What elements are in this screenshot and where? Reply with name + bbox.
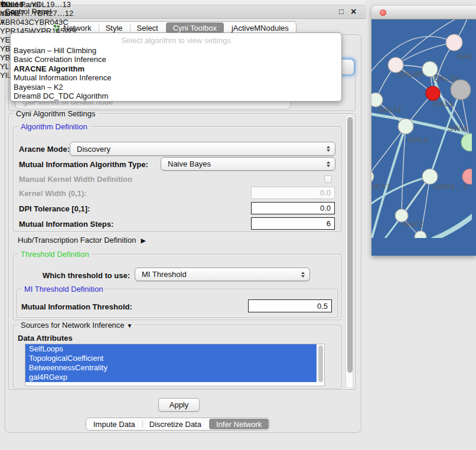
tab-cyni-toolbox[interactable]: Cyni Toolbox (166, 22, 224, 33)
algorithm-option-mutual-information-inference[interactable]: Mutual Information Inference (11, 73, 341, 82)
tab-jactivemnodules[interactable]: jActiveMNodules (224, 22, 296, 34)
network-node-unlabeled[interactable] (451, 80, 471, 100)
tab-select[interactable]: Select (130, 22, 165, 34)
algorithm-definition-title: Algorithm Definition (18, 122, 90, 131)
settings-scrollbar[interactable] (345, 115, 353, 389)
table-row[interactable]: YBR043CYBR043C (0, 18, 78, 27)
table-cell: 12 (65, 9, 73, 18)
attr-list-scrollbar[interactable] (317, 344, 324, 384)
which-threshold-combo[interactable]: MI Threshold (135, 268, 310, 281)
zoom-traffic-light-icon[interactable] (371, 9, 378, 16)
tab-label: Impute Data (93, 420, 135, 429)
tab-impute-data[interactable]: Impute Data (86, 418, 142, 430)
network-node-gcy1[interactable] (371, 170, 374, 183)
network-node-unlabeled[interactable] (415, 231, 426, 238)
sources-title-text: Sources for Network Inference (21, 321, 125, 330)
spinner-arrows-icon (301, 272, 305, 278)
kernel-width-field[interactable]: 0.0 (251, 187, 335, 199)
dpi-tolerance-field[interactable]: 0.0 (251, 202, 335, 214)
mi-steps-label: Mutual Information Steps: (19, 220, 113, 229)
network-node-gal4[interactable] (398, 119, 413, 134)
data-attributes-label: Data Attributes (18, 334, 73, 343)
float-window-icon[interactable]: □ (339, 5, 344, 18)
cyni-bottom-tabbar: Impute DataDiscretize DataInfer Network (86, 418, 270, 431)
network-edge (396, 43, 454, 65)
algorithm-dropdown-popup: Select algorithm to view settings Bayesi… (10, 32, 342, 102)
algorithm-option-bayesian-hill-climbing[interactable]: Bayesian – Hill Climbing (11, 46, 341, 55)
sources-group-title[interactable]: Sources for Network Inference▼ (18, 321, 135, 330)
close-traffic-light-icon[interactable] (380, 9, 386, 16)
aracne-mode-combo[interactable]: Discovery (70, 142, 335, 156)
popup-item-list: Bayesian – Hill ClimbingBasic Correlatio… (11, 46, 341, 100)
mi-type-value: Naive Bayes (168, 159, 211, 168)
table-cell: YDR27… (32, 9, 65, 18)
mi-threshold-definition-title: MI Threshold Definition (22, 285, 105, 294)
tab-label: Select (137, 24, 158, 32)
algorithm-option-bayesian-k2[interactable]: Bayesian – K2 (11, 83, 341, 92)
network-view-window[interactable]: GALGAL80GAL10GAL1GAL11GAL4SWI4GCY1HAP4YH… (371, 6, 476, 256)
mi-type-combo[interactable]: Naive Bayes (161, 157, 335, 171)
tab-style[interactable]: Style (99, 22, 130, 34)
network-node-gal[interactable] (446, 34, 462, 51)
algorithm-option-dream8-dc-tdc-algorithm[interactable]: Dream8 DC_TDC Algorithm (11, 92, 341, 100)
table-cell: YDL19… (0, 0, 31, 9)
node-label-gal11: GAL11 (377, 105, 402, 114)
kernel-width-label: Kernel Width (0,1): (19, 189, 87, 198)
node-label-gal1: GAL1 (433, 99, 454, 108)
hub-definition-disclosure[interactable]: Hub/Transcription Factor Definition▶ (18, 236, 146, 244)
tab-label: Cyni Toolbox (173, 24, 217, 32)
network-edge (433, 214, 472, 238)
popup-hint: Select algorithm to view settings (11, 36, 341, 46)
mi-threshold-field[interactable]: 0.5 (248, 299, 332, 312)
mi-steps-field[interactable]: 6 (251, 217, 335, 230)
node-label-gal: GAL (457, 52, 472, 61)
apply-button[interactable]: Apply (158, 398, 200, 412)
data-attributes-list[interactable]: SelfLoopsTopologicalCoefficientBetweenne… (25, 344, 325, 386)
which-threshold-label: Which threshold to use: (43, 271, 130, 280)
data-attribute-gal4rgexp[interactable]: gal4RGexp (25, 373, 317, 382)
close-icon[interactable]: × (351, 5, 356, 18)
tab-infer-network[interactable]: Infer Network (209, 419, 269, 429)
hub-definition-label: Hub/Transcription Factor Definition (18, 236, 136, 244)
manual-kernel-checkbox[interactable] (324, 175, 332, 183)
data-attribute-betweennesscentrality[interactable]: BetweennessCentrality (25, 363, 317, 373)
which-threshold-value: MI Threshold (142, 270, 187, 279)
data-attribute-selfloops[interactable]: SelfLoops (25, 344, 317, 354)
app-root: Control Panel □ × NetworkStyleSelectCyni… (0, 0, 476, 450)
settings-scrollbar-thumb[interactable] (347, 117, 353, 373)
table-row[interactable]: YDR27…YDR27…12 (0, 9, 78, 18)
dpi-tolerance-label: DPI Tolerance [0,1]: (19, 204, 90, 213)
network-node-swi4[interactable] (461, 133, 472, 151)
tab-label: Discretize Data (149, 420, 201, 429)
collapse-down-icon: ▼ (127, 322, 133, 329)
mi-steps-value: 6 (327, 219, 331, 228)
node-label-swi4: SWI4 (448, 124, 467, 133)
table-cell: YBR043C (34, 18, 69, 27)
network-edge (371, 126, 406, 177)
threshold-definition-title: Threshold Definition (18, 250, 92, 259)
mi-threshold-value: 0.5 (317, 302, 328, 311)
node-label-y: Y (462, 182, 468, 191)
expand-right-icon: ▶ (141, 237, 145, 244)
network-canvas[interactable]: GALGAL80GAL10GAL1GAL11GAL4SWI4GCY1HAP4YH… (371, 6, 476, 240)
node-label-hap4: HAP4 (433, 182, 455, 191)
table-row[interactable]: YDL19…YDL19…13 (0, 0, 78, 9)
kernel-width-value: 0.0 (320, 188, 331, 197)
algorithm-option-aracne-algorithm[interactable]: ARACNE Algorithm (11, 64, 341, 73)
tab-discretize-data[interactable]: Discretize Data (142, 418, 208, 430)
dpi-tolerance-value: 0.0 (320, 204, 331, 213)
minimize-traffic-light-icon[interactable] (391, 9, 397, 16)
spinner-arrows-icon (327, 161, 330, 167)
data-attribute-topologicalcoefficient[interactable]: TopologicalCoefficient (25, 354, 317, 363)
aracne-mode-value: Discovery (77, 145, 110, 154)
network-node-gal1[interactable] (426, 86, 440, 100)
network-graph: GALGAL80GAL10GAL1GAL11GAL4SWI4GCY1HAP4YH… (371, 6, 472, 238)
network-edge (371, 177, 430, 207)
algorithm-option-basic-correlation-inference[interactable]: Basic Correlation Inference (11, 55, 341, 64)
node-label-gal4: GAL4 (407, 135, 428, 144)
attr-list-scrollbar-thumb[interactable] (318, 345, 323, 382)
network-window-titlebar[interactable] (371, 6, 476, 19)
tab-label: Style (106, 24, 123, 32)
table-cell: YDL19… (31, 0, 63, 9)
table-cell: 13 (63, 0, 71, 9)
